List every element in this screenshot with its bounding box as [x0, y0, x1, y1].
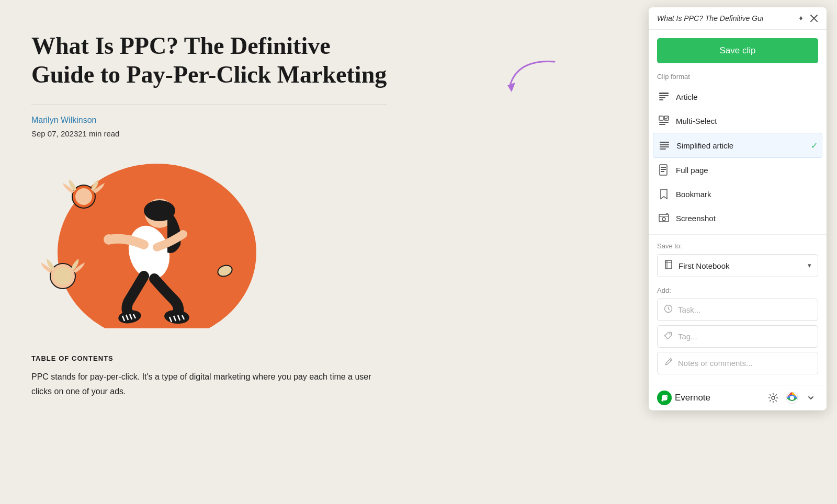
multi-select-format-icon	[657, 114, 671, 128]
format-label-full-page: Full page	[676, 166, 708, 175]
format-label-bookmark: Bookmark	[676, 190, 711, 199]
svg-rect-37	[661, 167, 666, 168]
format-item-simplified-article[interactable]: Simplified article ✓	[653, 133, 822, 158]
notebook-name: First Notebook	[678, 261, 808, 270]
task-icon	[664, 304, 673, 315]
panel-header: What Is PPC? The Definitive Gui	[649, 7, 827, 30]
full-page-format-icon	[657, 163, 671, 177]
add-label: Add:	[657, 287, 818, 294]
article-meta: Sep 07, 202321 min read	[31, 129, 387, 138]
panel-footer: Evernote	[649, 385, 827, 410]
simplified-article-format-icon	[658, 139, 671, 152]
svg-rect-32	[660, 142, 669, 143]
svg-point-14	[104, 234, 114, 245]
task-placeholder: Task...	[678, 305, 700, 314]
panel-header-icons	[796, 14, 818, 23]
tag-icon	[664, 331, 673, 342]
selected-check-icon: ✓	[811, 141, 818, 151]
svg-rect-25	[659, 97, 665, 98]
article-image	[31, 151, 272, 339]
article-body: PPC stands for pay-per-click. It's a typ…	[31, 370, 387, 398]
svg-point-51	[772, 396, 775, 399]
article-title: What Is PPC? The Definitive Guide to Pay…	[31, 31, 387, 89]
format-label-article: Article	[676, 93, 698, 101]
svg-rect-23	[659, 93, 669, 94]
clip-format-list: Article Multi-Select	[649, 85, 827, 230]
account-icon[interactable]	[785, 391, 799, 405]
evernote-brand-text: Evernote	[675, 393, 710, 403]
svg-rect-33	[660, 144, 669, 145]
svg-rect-38	[661, 169, 666, 170]
tag-placeholder: Tag...	[678, 332, 697, 341]
article-format-icon	[657, 90, 671, 104]
svg-line-49	[670, 360, 671, 361]
settings-icon[interactable]	[766, 391, 781, 405]
format-item-bookmark[interactable]: Bookmark	[649, 182, 827, 206]
svg-rect-31	[659, 124, 665, 125]
article-divider	[31, 105, 387, 105]
chevron-down-footer-icon[interactable]	[804, 391, 818, 405]
format-item-screenshot[interactable]: Screenshot	[649, 206, 827, 230]
svg-rect-24	[659, 95, 669, 96]
svg-marker-20	[507, 83, 515, 92]
expand-icon[interactable]	[796, 14, 806, 23]
chevron-down-icon: ▾	[808, 261, 811, 270]
notes-placeholder: Notes or comments...	[678, 359, 753, 368]
toc-heading: TABLE OF CONTENTS	[31, 354, 387, 362]
clip-format-label: Clip format	[649, 70, 827, 85]
article-area: What Is PPC? The Definitive Guide to Pay…	[0, 0, 418, 504]
tag-input[interactable]: Tag...	[657, 325, 818, 348]
svg-rect-39	[661, 171, 664, 172]
notes-icon	[664, 358, 673, 369]
save-to-section: Save to: First Notebook ▾	[649, 239, 827, 284]
notes-input[interactable]: Notes or comments...	[657, 352, 818, 374]
svg-rect-27	[659, 116, 663, 120]
svg-point-18	[54, 267, 72, 285]
save-to-label: Save to:	[657, 242, 818, 250]
screenshot-format-icon	[657, 211, 671, 225]
svg-point-16	[75, 188, 92, 205]
svg-rect-26	[659, 99, 663, 100]
svg-point-41	[662, 217, 665, 221]
bookmark-format-icon	[657, 187, 671, 201]
svg-rect-30	[659, 122, 669, 123]
evernote-elephant-icon	[657, 391, 672, 405]
notebook-icon	[664, 260, 673, 271]
article-author[interactable]: Marilyn Wilkinson	[31, 116, 387, 125]
format-item-full-page[interactable]: Full page	[649, 158, 827, 182]
panel-section-divider	[649, 234, 827, 235]
task-input[interactable]: Task...	[657, 299, 818, 321]
evernote-panel: What Is PPC? The Definitive Gui Save cli…	[649, 7, 827, 410]
format-label-multi-select: Multi-Select	[676, 117, 717, 125]
svg-point-48	[669, 333, 670, 334]
notebook-selector[interactable]: First Notebook ▾	[657, 254, 818, 277]
svg-rect-35	[660, 148, 666, 150]
svg-line-47	[669, 309, 670, 310]
format-item-multi-select[interactable]: Multi-Select	[649, 109, 827, 133]
panel-title: What Is PPC? The Definitive Gui	[657, 14, 763, 22]
footer-icons	[766, 391, 818, 405]
svg-rect-42	[665, 260, 672, 269]
svg-rect-34	[660, 146, 669, 147]
format-label-screenshot: Screenshot	[676, 214, 716, 223]
add-section: Add: Task... Tag...	[649, 284, 827, 383]
format-item-article[interactable]: Article	[649, 85, 827, 109]
svg-point-53	[790, 396, 794, 400]
evernote-logo: Evernote	[657, 391, 710, 405]
arrow-decoration	[502, 56, 565, 88]
close-icon[interactable]	[810, 14, 818, 22]
format-label-simplified-article: Simplified article	[676, 141, 733, 150]
save-clip-button[interactable]: Save clip	[657, 38, 818, 63]
